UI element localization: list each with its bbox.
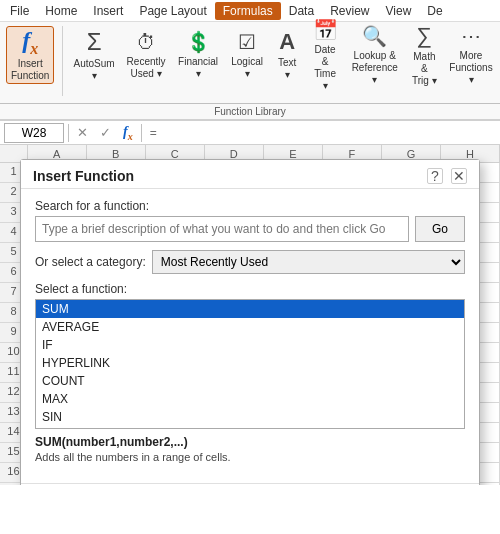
- logical-button[interactable]: ☑ Logical ▾: [227, 26, 267, 84]
- insert-function-dialog: Insert Function ? ✕ Search for a functio…: [20, 159, 480, 485]
- menu-file[interactable]: File: [2, 2, 37, 20]
- menu-data[interactable]: Data: [281, 2, 322, 20]
- recently-used-label: RecentlyUsed ▾: [127, 56, 166, 80]
- dialog-overlay: Insert Function ? ✕ Search for a functio…: [0, 145, 500, 485]
- menu-page-layout[interactable]: Page Layout: [131, 2, 214, 20]
- fn-list-label: Select a function:: [35, 282, 465, 296]
- formula-input[interactable]: [165, 123, 496, 143]
- menu-de[interactable]: De: [419, 2, 450, 20]
- function-search-input[interactable]: [35, 216, 409, 242]
- go-button[interactable]: Go: [415, 216, 465, 242]
- confirm-icon[interactable]: ✓: [96, 125, 115, 140]
- fn-item-average[interactable]: AVERAGE: [36, 318, 464, 336]
- lookup-reference-button[interactable]: 🔍 Lookup &Reference ▾: [349, 26, 401, 84]
- fn-item-sum[interactable]: SUM: [36, 300, 464, 318]
- lookup-icon: 🔍: [362, 24, 387, 48]
- menu-home[interactable]: Home: [37, 2, 85, 20]
- fx-icon: fx: [22, 28, 38, 57]
- autosum-icon: Σ: [87, 28, 102, 56]
- more-functions-icon: ⋯: [461, 24, 481, 48]
- math-trig-label: Math &Trig ▾: [412, 51, 437, 87]
- cancel-icon[interactable]: ✕: [73, 125, 92, 140]
- text-button[interactable]: A Text ▾: [273, 26, 301, 84]
- fn-item-sin[interactable]: SIN: [36, 408, 464, 426]
- date-time-label: Date &Time ▾: [312, 44, 337, 92]
- recently-used-button[interactable]: ⏱ RecentlyUsed ▾: [123, 26, 169, 84]
- financial-label: Financial ▾: [178, 56, 218, 80]
- formula-divider2: [141, 124, 142, 142]
- insert-function-label: InsertFunction: [11, 58, 49, 82]
- more-functions-label: MoreFunctions ▾: [449, 50, 492, 86]
- math-trig-icon: ∑: [417, 23, 433, 49]
- insert-function-button[interactable]: fx InsertFunction: [6, 26, 54, 84]
- text-icon: A: [279, 29, 295, 55]
- fn-item-max[interactable]: MAX: [36, 390, 464, 408]
- fn-item-count[interactable]: COUNT: [36, 372, 464, 390]
- function-icon[interactable]: fx: [119, 124, 137, 142]
- function-list: SUM AVERAGE IF HYPERLINK COUNT MAX SIN: [35, 299, 465, 429]
- function-library-label: Function Library: [0, 104, 500, 120]
- logical-icon: ☑: [238, 30, 256, 54]
- menu-view[interactable]: View: [378, 2, 420, 20]
- fn-signature: SUM(number1,number2,...): [35, 435, 465, 449]
- fn-description: Adds all the numbers in a range of cells…: [35, 451, 465, 463]
- autosum-label: AutoSum ▾: [74, 58, 115, 82]
- dialog-help-button[interactable]: ?: [427, 168, 443, 184]
- fn-item-hyperlink[interactable]: HYPERLINK: [36, 354, 464, 372]
- math-trig-button[interactable]: ∑ Math &Trig ▾: [407, 26, 442, 84]
- search-label: Search for a function:: [35, 199, 465, 213]
- dialog-title: Insert Function: [33, 168, 134, 184]
- financial-icon: 💲: [186, 30, 211, 54]
- fn-item-if[interactable]: IF: [36, 336, 464, 354]
- menu-formulas[interactable]: Formulas: [215, 2, 281, 20]
- category-label: Or select a category:: [35, 255, 146, 269]
- lookup-reference-label: Lookup &Reference ▾: [352, 50, 398, 86]
- text-label: Text ▾: [278, 57, 296, 81]
- date-time-button[interactable]: 📅 Date &Time ▾: [307, 26, 342, 84]
- category-select[interactable]: Most Recently Used All Financial Date & …: [152, 250, 465, 274]
- equals-sign: =: [146, 126, 161, 140]
- financial-button[interactable]: 💲 Financial ▾: [175, 26, 221, 84]
- cell-reference-box[interactable]: [4, 123, 64, 143]
- menu-review[interactable]: Review: [322, 2, 377, 20]
- recently-used-icon: ⏱: [136, 31, 156, 54]
- more-functions-button[interactable]: ⋯ MoreFunctions ▾: [448, 26, 494, 84]
- menu-insert[interactable]: Insert: [85, 2, 131, 20]
- date-time-icon: 📅: [313, 18, 338, 42]
- dialog-close-button[interactable]: ✕: [451, 168, 467, 184]
- logical-label: Logical ▾: [231, 56, 263, 80]
- formula-divider: [68, 124, 69, 142]
- autosum-button[interactable]: Σ AutoSum ▾: [71, 26, 117, 84]
